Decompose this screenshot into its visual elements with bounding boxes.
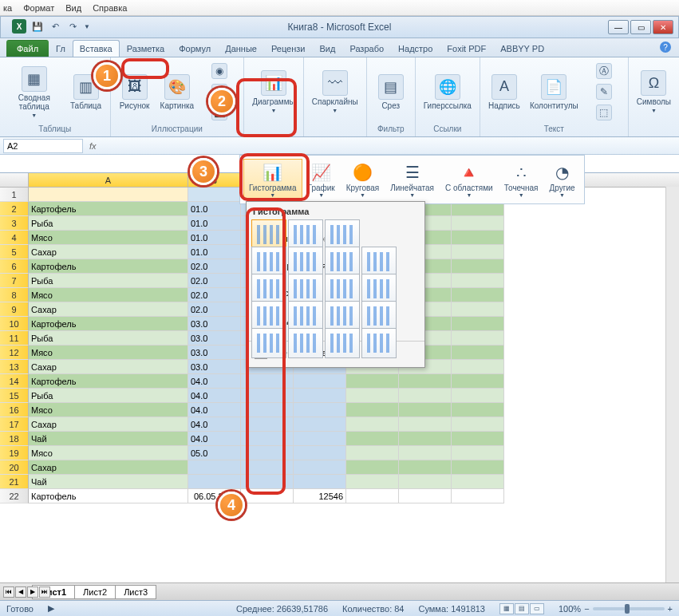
cell[interactable]: 01.0 <box>188 202 241 216</box>
row-header[interactable]: 5 <box>0 245 29 259</box>
cell[interactable] <box>452 446 504 460</box>
cell[interactable] <box>399 403 452 417</box>
sheet-nav-next[interactable]: ▶ <box>27 586 38 598</box>
cell[interactable]: Мясо <box>29 446 188 460</box>
chart-thumbnail[interactable] <box>361 301 397 331</box>
row-header[interactable]: 10 <box>0 317 29 331</box>
tab-layout[interactable]: Разметка <box>120 40 172 57</box>
cell[interactable] <box>399 446 452 460</box>
row-header[interactable]: 18 <box>0 432 29 446</box>
tab-developer[interactable]: Разрабо <box>342 40 391 57</box>
cell[interactable] <box>452 288 504 302</box>
cell[interactable] <box>452 389 504 403</box>
cell[interactable] <box>346 460 399 475</box>
headerfooter-button[interactable]: 📄Колонтитулы <box>527 73 582 112</box>
charts-button[interactable]: 📊Диаграммы▼ <box>249 69 298 115</box>
cell[interactable] <box>294 417 346 432</box>
cell[interactable]: Рыба <box>29 216 188 231</box>
row-header[interactable]: 13 <box>0 360 29 374</box>
cell[interactable] <box>452 216 504 231</box>
view-normal-icon[interactable]: ▦ <box>499 603 514 614</box>
row-header[interactable]: 6 <box>0 259 29 274</box>
view-pagebreak-icon[interactable]: ▭ <box>530 603 544 614</box>
cell[interactable]: Мясо <box>29 346 188 360</box>
row-header[interactable]: 11 <box>0 331 29 346</box>
cell[interactable]: Картофель <box>29 202 188 216</box>
chart-thumbnail[interactable] <box>251 247 286 277</box>
row-header[interactable]: 20 <box>0 460 29 475</box>
cell[interactable] <box>399 389 452 403</box>
cell[interactable] <box>346 389 399 403</box>
chart-thumbnail[interactable] <box>325 219 360 250</box>
row-header[interactable]: 9 <box>0 302 29 317</box>
chart-thumbnail[interactable] <box>288 247 323 277</box>
row-header[interactable]: 1 <box>0 188 29 202</box>
cell[interactable] <box>452 231 504 245</box>
cell[interactable]: Рыба <box>29 389 188 403</box>
area-chart-button[interactable]: 🔺С областями▼ <box>440 159 499 200</box>
row-header[interactable]: 4 <box>0 231 29 245</box>
qat-dropdown-icon[interactable]: ▼ <box>84 23 90 30</box>
cell[interactable]: Картофель <box>29 317 188 331</box>
name-box[interactable] <box>3 139 83 153</box>
chart-thumbnail[interactable] <box>325 247 360 277</box>
cell[interactable] <box>346 374 399 389</box>
cell[interactable]: Рыба <box>29 274 188 288</box>
maximize-button[interactable]: ▭ <box>630 20 651 34</box>
row-header[interactable]: 8 <box>0 288 29 302</box>
chart-thumbnail[interactable] <box>288 301 323 331</box>
row-header[interactable]: 12 <box>0 346 29 360</box>
chart-thumbnail[interactable] <box>288 274 323 304</box>
hyperlink-button[interactable]: 🌐Гиперссылка <box>420 73 475 112</box>
view-layout-icon[interactable]: ▤ <box>515 603 529 614</box>
cell[interactable]: 01.0 <box>188 231 241 245</box>
cell[interactable]: 01.0 <box>188 245 241 259</box>
cell[interactable] <box>452 346 504 360</box>
tab-home[interactable]: Гл <box>49 40 73 57</box>
cell[interactable] <box>452 475 504 489</box>
cell[interactable] <box>399 417 452 432</box>
row-header[interactable]: 21 <box>0 475 29 489</box>
cell[interactable]: Мясо <box>29 231 188 245</box>
cell[interactable] <box>452 432 504 446</box>
cell[interactable]: 04.0 <box>188 389 241 403</box>
cell[interactable] <box>294 374 346 389</box>
pie-chart-button[interactable]: 🟠Круговая▼ <box>341 159 385 200</box>
row-header[interactable]: 2 <box>0 202 29 216</box>
row-header[interactable]: 15 <box>0 389 29 403</box>
chart-thumbnail[interactable] <box>288 219 323 250</box>
cell[interactable] <box>399 489 452 503</box>
cell[interactable] <box>188 188 241 202</box>
cell[interactable] <box>241 389 294 403</box>
row-header[interactable]: 14 <box>0 374 29 389</box>
scatter-chart-button[interactable]: ∴Точечная▼ <box>499 159 544 200</box>
picture-button[interactable]: 🖼Рисунок <box>116 73 154 112</box>
cell[interactable] <box>399 374 452 389</box>
cell[interactable] <box>294 432 346 446</box>
cell[interactable] <box>241 432 294 446</box>
slicer-button[interactable]: ▤Срез <box>372 73 410 112</box>
tab-abbyy[interactable]: ABBYY PD <box>493 40 551 57</box>
cell[interactable] <box>346 432 399 446</box>
cell[interactable] <box>241 417 294 432</box>
zoom-in-icon[interactable]: + <box>668 604 673 614</box>
cell[interactable] <box>294 446 346 460</box>
signature-icon[interactable]: ✎ <box>585 82 623 101</box>
chart-thumbnail[interactable] <box>251 219 286 250</box>
line-chart-button[interactable]: 📈График▼ <box>302 159 341 200</box>
cell[interactable] <box>452 245 504 259</box>
cell[interactable] <box>346 417 399 432</box>
cell[interactable] <box>346 475 399 489</box>
redo-icon[interactable]: ↷ <box>66 20 79 33</box>
sheet-nav-first[interactable]: ⏮ <box>3 586 14 598</box>
cell[interactable]: 02.0 <box>188 274 241 288</box>
cell[interactable] <box>241 475 294 489</box>
cell[interactable]: Сахар <box>29 302 188 317</box>
tab-view[interactable]: Вид <box>313 40 343 57</box>
row-header[interactable]: 19 <box>0 446 29 460</box>
sheet-tab[interactable]: Лист3 <box>115 585 156 599</box>
cell[interactable]: 12546 <box>294 489 346 503</box>
cell[interactable]: Чай <box>29 432 188 446</box>
textbox-button[interactable]: AНадпись <box>485 73 523 112</box>
cell[interactable] <box>29 188 188 202</box>
